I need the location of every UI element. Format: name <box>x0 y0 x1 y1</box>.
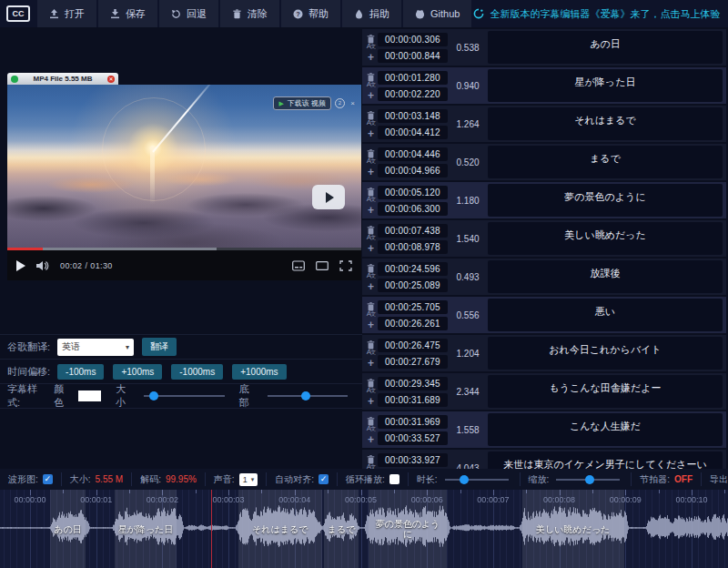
insert-subtitle-icon[interactable]: + <box>365 243 377 254</box>
waveform-checkbox[interactable]: ✓ <box>43 474 53 484</box>
end-time-input[interactable]: 00:00:00.844 <box>378 49 448 63</box>
github-button[interactable]: Github <box>403 0 471 27</box>
start-time-input[interactable]: 00:00:33.927 <box>378 453 448 467</box>
zoom-slider-thumb[interactable] <box>585 475 594 484</box>
auto-align-checkbox[interactable]: ✓ <box>318 474 329 484</box>
subtitle-text-input[interactable]: 来世は東京のイケメン男子にしてくださーい <box>488 451 723 469</box>
subtitle-text-input[interactable]: おれ今日これからバイト <box>488 337 723 370</box>
start-time-input[interactable]: 00:00:04.446 <box>378 147 448 161</box>
subtitle-text-input[interactable]: あの日 <box>488 31 723 64</box>
translate-subtitle-icon[interactable]: A文 <box>365 119 377 127</box>
bottom-offset-slider[interactable] <box>268 395 348 397</box>
offset-plus-1000ms-button[interactable]: +1000ms <box>232 364 286 380</box>
subtitle-toggle-icon[interactable] <box>292 260 305 271</box>
end-time-input[interactable]: 00:00:31.689 <box>378 393 448 407</box>
end-time-input[interactable]: 00:00:04.966 <box>378 164 448 178</box>
translate-subtitle-icon[interactable]: A文 <box>365 349 377 356</box>
end-time-input[interactable]: 00:00:08.978 <box>378 240 448 254</box>
translate-subtitle-icon[interactable]: A文 <box>365 81 377 88</box>
insert-subtitle-icon[interactable]: + <box>365 396 377 407</box>
save-button[interactable]: 保存 <box>98 0 157 27</box>
file-close-icon[interactable]: ✕ <box>107 76 115 83</box>
help-button[interactable]: ? 帮助 <box>281 0 340 27</box>
offset-minus-1000ms-button[interactable]: -1000ms <box>171 364 223 380</box>
subtitle-text-input[interactable]: 悪い <box>488 299 723 331</box>
insert-subtitle-icon[interactable]: + <box>365 167 377 178</box>
metronome-value[interactable]: OFF <box>674 474 693 484</box>
duration-slider[interactable] <box>445 479 509 481</box>
start-time-input[interactable]: 00:00:03.148 <box>378 109 448 123</box>
subtitle-text-input[interactable]: まるで <box>488 146 723 178</box>
subtitle-text-input[interactable]: 夢の景色のように <box>488 184 723 217</box>
start-time-input[interactable]: 00:00:05.120 <box>378 186 448 199</box>
subtitle-color-picker[interactable] <box>78 390 101 401</box>
insert-subtitle-icon[interactable]: + <box>365 281 377 292</box>
download-close-icon[interactable]: × <box>349 99 357 107</box>
translate-subtitle-icon[interactable]: A文 <box>365 310 377 318</box>
subtitle-text-input[interactable]: 放課後 <box>488 260 723 293</box>
volume-icon[interactable] <box>36 260 49 271</box>
theater-mode-icon[interactable] <box>316 260 329 271</box>
start-time-input[interactable]: 00:00:31.969 <box>378 415 448 429</box>
clear-button[interactable]: 清除 <box>220 0 279 27</box>
export-button[interactable]: 导出 <box>710 473 728 486</box>
play-button[interactable] <box>16 260 25 271</box>
translate-subtitle-icon[interactable]: A文 <box>365 272 377 279</box>
subtitle-text-input[interactable]: 星が降った日 <box>488 69 723 102</box>
end-time-input[interactable]: 00:00:33.527 <box>378 431 448 445</box>
translate-subtitle-icon[interactable]: A文 <box>365 196 377 203</box>
translate-button[interactable]: 翻译 <box>142 338 177 356</box>
font-size-slider-thumb[interactable] <box>149 391 158 401</box>
translate-subtitle-icon[interactable]: A文 <box>365 234 377 241</box>
end-time-input[interactable]: 00:00:04.412 <box>378 126 448 139</box>
end-time-input[interactable]: 00:00:06.300 <box>378 202 448 216</box>
subtitle-text-input[interactable]: 美しい眺めだった <box>488 222 723 255</box>
translate-subtitle-icon[interactable]: A文 <box>365 43 377 50</box>
subtitle-text-input[interactable]: それはまるで <box>488 107 723 140</box>
subtitle-row: A文+00:00:04.44600:00:04.9660.520まるで <box>362 144 726 180</box>
start-time-input[interactable]: 00:00:26.475 <box>378 339 448 352</box>
start-time-input[interactable]: 00:00:00.306 <box>378 33 448 46</box>
end-time-input[interactable]: 00:00:26.261 <box>378 317 448 330</box>
insert-subtitle-icon[interactable]: + <box>365 128 377 139</box>
undo-button[interactable]: 回退 <box>159 0 218 27</box>
start-time-input[interactable]: 00:00:07.438 <box>378 224 448 238</box>
duration-slider-thumb[interactable] <box>460 475 469 484</box>
fullscreen-icon[interactable] <box>339 260 352 271</box>
insert-subtitle-icon[interactable]: + <box>365 434 377 445</box>
insert-subtitle-icon[interactable]: + <box>365 358 377 369</box>
file-tab[interactable]: MP4 File 5.55 MB ✕ <box>7 73 118 85</box>
zoom-slider[interactable] <box>556 479 620 481</box>
font-size-slider[interactable] <box>144 395 224 397</box>
offset-plus-100ms-button[interactable]: +100ms <box>113 364 162 380</box>
end-time-input[interactable]: 00:00:25.089 <box>378 279 448 292</box>
end-time-input[interactable]: 00:00:27.679 <box>378 355 448 369</box>
insert-subtitle-icon[interactable]: + <box>365 320 377 330</box>
voice-select[interactable]: 1 ▾ <box>239 473 258 486</box>
offset-minus-100ms-button[interactable]: -100ms <box>57 364 104 380</box>
subtitle-text-input[interactable]: こんな人生嫌だ <box>488 413 723 446</box>
download-video-button[interactable]: ▶ 下载该 视频 <box>273 96 331 110</box>
video-frame[interactable]: ▶ 下载该 视频 2 × <box>7 85 361 248</box>
insert-subtitle-icon[interactable]: + <box>365 52 377 63</box>
start-time-input[interactable]: 00:00:29.345 <box>378 377 448 390</box>
announcement-banner[interactable]: 全新版本的字幕编辑器《爱幕》来了，点击马上体验 <box>473 7 720 21</box>
big-play-button[interactable] <box>312 185 345 209</box>
subtitle-text-input[interactable]: もうこんな田舎嫌だよー <box>488 375 723 408</box>
start-time-input[interactable]: 00:00:25.705 <box>378 300 448 314</box>
download-settings-icon[interactable]: 2 <box>335 98 345 108</box>
donate-button[interactable]: 捐助 <box>342 0 401 27</box>
start-time-input[interactable]: 00:00:01.280 <box>378 71 448 85</box>
translate-language-select[interactable]: 英语 ▾ <box>57 339 134 356</box>
start-time-input[interactable]: 00:00:24.596 <box>378 262 448 276</box>
end-time-input[interactable]: 00:00:02.220 <box>378 87 448 101</box>
insert-subtitle-icon[interactable]: + <box>365 205 377 216</box>
bottom-offset-slider-thumb[interactable] <box>301 391 310 401</box>
waveform-timeline[interactable]: 00:00:0000:00:0100:00:0200:00:0300:00:04… <box>0 490 728 568</box>
insert-subtitle-icon[interactable]: + <box>365 90 377 101</box>
loop-checkbox[interactable] <box>389 474 399 484</box>
translate-subtitle-icon[interactable]: A文 <box>365 157 377 165</box>
open-button[interactable]: 打开 <box>37 0 96 27</box>
translate-subtitle-icon[interactable]: A文 <box>365 425 377 432</box>
translate-subtitle-icon[interactable]: A文 <box>365 387 377 394</box>
